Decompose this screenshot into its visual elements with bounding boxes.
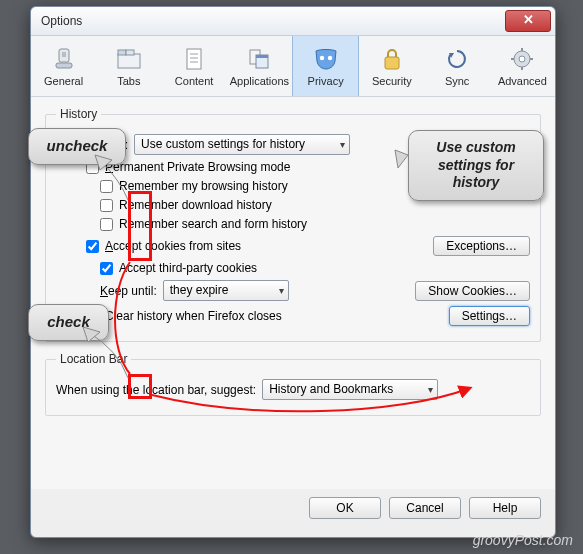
locationbar-group: Location Bar When using the location bar… (45, 352, 541, 416)
tab-label: Advanced (498, 75, 547, 87)
tab-sync[interactable]: Sync (425, 36, 490, 96)
suggest-select[interactable]: History and Bookmarks (262, 379, 438, 400)
tab-privacy[interactable]: Privacy (292, 36, 359, 96)
svg-rect-15 (385, 57, 399, 69)
history-mode-select[interactable]: Use custom settings for history (134, 134, 350, 155)
titlebar: Options ✕ (31, 7, 555, 36)
checkbox-remember-forms[interactable] (100, 218, 113, 231)
svg-point-18 (519, 56, 525, 62)
switch-icon (51, 46, 77, 72)
annotation-callout-custom: Use custom settings for history (408, 130, 544, 201)
svg-rect-6 (187, 49, 201, 69)
label-remember-browsing: Remember my browsing history (119, 179, 288, 193)
label-accept-third-party: Accept third-party cookies (119, 261, 257, 275)
category-tabs: General Tabs Content Applications Privac… (31, 36, 555, 97)
checkbox-remember-download[interactable] (100, 199, 113, 212)
label-accept-cookies: Accept cookies from sites (105, 239, 241, 253)
tab-label: Privacy (308, 75, 344, 87)
tab-content[interactable]: Content (162, 36, 227, 96)
label-clear-on-close: Clear history when Firefox closes (105, 309, 282, 323)
lock-icon (379, 46, 405, 72)
gear-icon (509, 46, 535, 72)
window-title: Options (41, 14, 505, 28)
label-remember-download: Remember download history (119, 198, 272, 212)
tab-tabs[interactable]: Tabs (96, 36, 161, 96)
tab-applications[interactable]: Applications (227, 36, 292, 96)
cancel-button[interactable]: Cancel (389, 497, 461, 519)
tab-advanced[interactable]: Advanced (490, 36, 555, 96)
document-icon (181, 46, 207, 72)
locationbar-legend: Location Bar (56, 352, 131, 366)
ok-button[interactable]: OK (309, 497, 381, 519)
watermark: groovyPost.com (473, 532, 573, 548)
tab-label: Content (175, 75, 214, 87)
tab-label: Applications (230, 75, 289, 87)
keep-until-label: Keep until: (100, 284, 157, 298)
svg-rect-5 (126, 50, 134, 55)
dialog-footer: OK Cancel Help (31, 489, 555, 527)
tabs-icon (116, 46, 142, 72)
svg-point-14 (327, 55, 331, 59)
suggest-label: When using the location bar, suggest: (56, 383, 256, 397)
tab-label: Tabs (117, 75, 140, 87)
applications-icon (246, 46, 272, 72)
svg-rect-4 (118, 50, 126, 55)
tab-general[interactable]: General (31, 36, 96, 96)
tab-label: Sync (445, 75, 469, 87)
show-cookies-button[interactable]: Show Cookies… (415, 281, 530, 301)
tab-security[interactable]: Security (359, 36, 424, 96)
close-button[interactable]: ✕ (505, 10, 551, 32)
exceptions-button[interactable]: Exceptions… (433, 236, 530, 256)
annotation-callout-check: check (28, 304, 109, 341)
svg-rect-12 (256, 55, 268, 58)
svg-rect-3 (118, 54, 140, 68)
svg-rect-1 (62, 52, 66, 57)
tab-label: Security (372, 75, 412, 87)
help-button[interactable]: Help (469, 497, 541, 519)
history-legend: History (56, 107, 101, 121)
sync-icon (444, 46, 470, 72)
label-permanent-private: Permanent Private Browsing mode (105, 160, 290, 174)
settings-button[interactable]: Settings… (449, 306, 530, 326)
mask-icon (313, 46, 339, 72)
checkbox-accept-third-party[interactable] (100, 262, 113, 275)
options-window: Options ✕ General Tabs Content Applica (30, 6, 556, 538)
label-remember-forms: Remember search and form history (119, 217, 307, 231)
checkbox-accept-cookies[interactable] (86, 240, 99, 253)
keep-until-select[interactable]: they expire (163, 280, 289, 301)
checkbox-remember-browsing[interactable] (100, 180, 113, 193)
svg-rect-2 (56, 63, 72, 68)
svg-point-13 (319, 55, 323, 59)
annotation-callout-uncheck: uncheck (28, 128, 126, 165)
tab-label: General (44, 75, 83, 87)
